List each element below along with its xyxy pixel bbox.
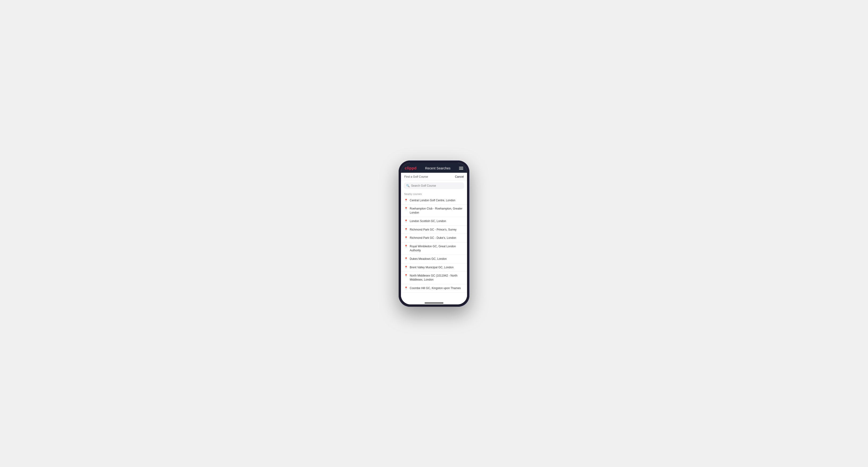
find-bar: Find a Golf Course Cancel xyxy=(401,173,467,181)
nearby-section: Nearby courses 📍Central London Golf Cent… xyxy=(401,191,467,301)
list-item[interactable]: 📍Dukes Meadows GC, London xyxy=(401,255,467,263)
hamburger-icon[interactable] xyxy=(459,167,463,170)
list-item[interactable]: 📍Richmond Park GC - Prince's, Surrey xyxy=(401,226,467,234)
cancel-button[interactable]: Cancel xyxy=(455,175,464,178)
course-name: Roehampton Club - Roehampton, Greater Lo… xyxy=(410,207,464,215)
course-name: Central London Golf Centre, London xyxy=(410,198,455,203)
pin-icon: 📍 xyxy=(404,219,408,223)
nav-bar: clippd Recent Searches xyxy=(401,163,467,173)
pin-icon: 📍 xyxy=(404,245,408,248)
home-bar xyxy=(425,303,443,304)
pin-icon: 📍 xyxy=(404,286,408,290)
phone-screen: clippd Recent Searches Find a Golf Cours… xyxy=(401,163,467,304)
list-item[interactable]: 📍Royal Wimbledon GC, Great London Author… xyxy=(401,242,467,255)
course-name: Richmond Park GC - Duke's, London xyxy=(410,236,456,240)
search-input[interactable] xyxy=(411,184,462,187)
course-name: Richmond Park GC - Prince's, Surrey xyxy=(410,228,457,232)
list-item[interactable]: 📍Roehampton Club - Roehampton, Greater L… xyxy=(401,205,467,217)
course-name: Dukes Meadows GC, London xyxy=(410,257,447,261)
find-label: Find a Golf Course xyxy=(404,175,428,178)
pin-icon: 📍 xyxy=(404,266,408,269)
pin-icon: 📍 xyxy=(404,257,408,260)
list-item[interactable]: 📍Brent Valley Municipal GC, London xyxy=(401,263,467,272)
search-container: 🔍 xyxy=(401,181,467,191)
pin-icon: 📍 xyxy=(404,207,408,210)
list-item[interactable]: 📍Coombe Hill GC, Kingston upon Thames xyxy=(401,284,467,292)
pin-icon: 📍 xyxy=(404,199,408,202)
pin-icon: 📍 xyxy=(404,274,408,277)
course-name: London Scottish GC, London xyxy=(410,219,446,223)
search-icon: 🔍 xyxy=(406,184,410,187)
home-indicator xyxy=(401,301,467,304)
list-item[interactable]: 📍Central London Golf Centre, London xyxy=(401,196,467,205)
course-name: Coombe Hill GC, Kingston upon Thames xyxy=(410,286,461,290)
main-content: Find a Golf Course Cancel 🔍 Nearby cours… xyxy=(401,173,467,301)
course-name: Brent Valley Municipal GC, London xyxy=(410,266,454,270)
list-item[interactable]: 📍London Scottish GC, London xyxy=(401,217,467,226)
list-item[interactable]: 📍North Middlesex GC (1011942 - North Mid… xyxy=(401,272,467,284)
courses-list: 📍Central London Golf Centre, London📍Roeh… xyxy=(401,196,467,292)
app-logo: clippd xyxy=(405,166,416,170)
list-item[interactable]: 📍Richmond Park GC - Duke's, London xyxy=(401,234,467,242)
search-box[interactable]: 🔍 xyxy=(404,182,464,189)
course-name: North Middlesex GC (1011942 - North Midd… xyxy=(410,274,464,282)
course-name: Royal Wimbledon GC, Great London Authori… xyxy=(410,245,464,252)
nearby-header: Nearby courses xyxy=(401,191,467,196)
phone-frame: clippd Recent Searches Find a Golf Cours… xyxy=(399,160,469,307)
pin-icon: 📍 xyxy=(404,236,408,240)
pin-icon: 📍 xyxy=(404,228,408,231)
nav-title: Recent Searches xyxy=(425,166,450,170)
